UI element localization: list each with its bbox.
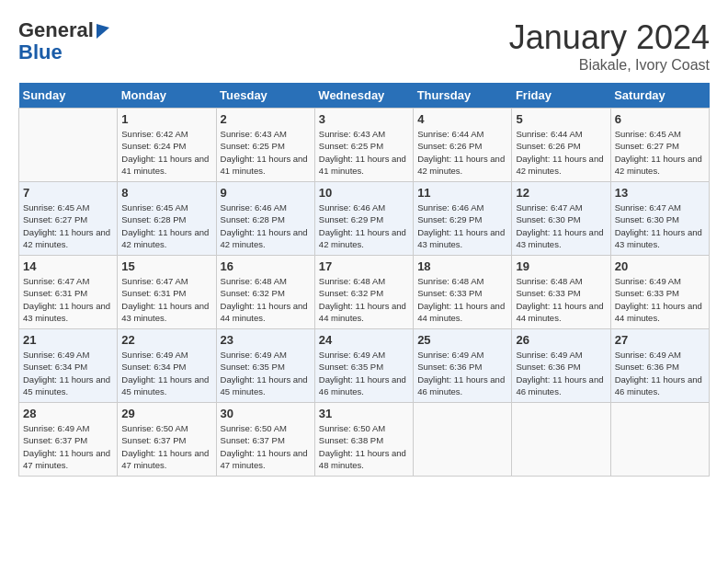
day-number: 9 [221,186,311,200]
day-info: Sunrise: 6:50 AMSunset: 6:38 PMDaylight:… [319,422,409,471]
day-info: Sunrise: 6:50 AMSunset: 6:37 PMDaylight:… [221,422,311,471]
calendar-cell: 7Sunrise: 6:45 AMSunset: 6:27 PMDaylight… [19,182,118,256]
day-info: Sunrise: 6:49 AMSunset: 6:35 PMDaylight:… [319,349,409,397]
day-info: Sunrise: 6:45 AMSunset: 6:27 PMDaylight:… [615,128,705,177]
day-number: 27 [615,333,705,347]
day-info: Sunrise: 6:42 AMSunset: 6:24 PMDaylight:… [121,128,211,177]
calendar-cell: 11Sunrise: 6:46 AMSunset: 6:29 PMDayligh… [414,182,512,256]
day-number: 10 [319,186,409,200]
calendar-cell: 10Sunrise: 6:46 AMSunset: 6:29 PMDayligh… [314,182,413,256]
day-number: 4 [417,112,507,126]
calendar-cell: 31Sunrise: 6:50 AMSunset: 6:38 PMDayligh… [314,403,413,477]
weekday-header: Wednesday [314,83,413,109]
calendar-cell: 26Sunrise: 6:49 AMSunset: 6:36 PMDayligh… [512,329,610,403]
day-info: Sunrise: 6:48 AMSunset: 6:33 PMDaylight:… [417,275,507,324]
logo-general: General [18,18,94,42]
day-number: 2 [221,112,311,126]
day-number: 31 [319,407,409,420]
calendar-cell: 4Sunrise: 6:44 AMSunset: 6:26 PMDaylight… [414,109,512,182]
day-info: Sunrise: 6:48 AMSunset: 6:32 PMDaylight:… [221,275,311,324]
calendar-cell: 19Sunrise: 6:48 AMSunset: 6:33 PMDayligh… [512,256,610,329]
calendar-week-row: 14Sunrise: 6:47 AMSunset: 6:31 PMDayligh… [19,256,710,329]
day-info: Sunrise: 6:43 AMSunset: 6:25 PMDaylight:… [319,128,409,177]
calendar-cell: 30Sunrise: 6:50 AMSunset: 6:37 PMDayligh… [216,403,314,477]
day-number: 25 [417,333,507,347]
weekday-header: Tuesday [216,83,314,109]
day-info: Sunrise: 6:48 AMSunset: 6:32 PMDaylight:… [319,275,409,324]
calendar-cell: 29Sunrise: 6:50 AMSunset: 6:37 PMDayligh… [118,403,216,477]
day-number: 24 [319,333,409,347]
day-number: 26 [516,333,606,347]
day-info: Sunrise: 6:47 AMSunset: 6:30 PMDaylight:… [516,201,606,250]
day-info: Sunrise: 6:49 AMSunset: 6:35 PMDaylight:… [221,349,311,397]
day-info: Sunrise: 6:49 AMSunset: 6:36 PMDaylight:… [615,349,705,397]
calendar-cell [610,403,709,477]
day-info: Sunrise: 6:50 AMSunset: 6:37 PMDaylight:… [121,422,211,471]
calendar-cell: 17Sunrise: 6:48 AMSunset: 6:32 PMDayligh… [314,256,413,329]
calendar-cell: 12Sunrise: 6:47 AMSunset: 6:30 PMDayligh… [512,182,610,256]
day-number: 23 [221,333,311,347]
day-number: 28 [23,407,113,420]
calendar-cell: 3Sunrise: 6:43 AMSunset: 6:25 PMDaylight… [314,109,413,182]
calendar-cell [512,403,610,477]
day-number: 11 [417,186,507,200]
day-number: 17 [319,259,409,273]
calendar-cell: 5Sunrise: 6:44 AMSunset: 6:26 PMDaylight… [512,109,610,182]
page-header: General Blue January 2024 Biakale, Ivory… [18,18,710,74]
day-info: Sunrise: 6:44 AMSunset: 6:26 PMDaylight:… [516,128,606,177]
location: Biakale, Ivory Coast [509,57,710,74]
day-info: Sunrise: 6:47 AMSunset: 6:31 PMDaylight:… [121,275,211,324]
day-number: 8 [121,186,211,200]
month-title: January 2024 [509,18,710,57]
weekday-header: Monday [118,83,216,109]
day-info: Sunrise: 6:49 AMSunset: 6:36 PMDaylight:… [417,349,507,397]
calendar-week-row: 1Sunrise: 6:42 AMSunset: 6:24 PMDaylight… [19,109,710,182]
day-number: 15 [121,259,211,273]
calendar-cell: 15Sunrise: 6:47 AMSunset: 6:31 PMDayligh… [118,256,216,329]
calendar-cell: 24Sunrise: 6:49 AMSunset: 6:35 PMDayligh… [314,329,413,403]
calendar-cell: 16Sunrise: 6:48 AMSunset: 6:32 PMDayligh… [216,256,314,329]
day-info: Sunrise: 6:44 AMSunset: 6:26 PMDaylight:… [417,128,507,177]
calendar-cell: 18Sunrise: 6:48 AMSunset: 6:33 PMDayligh… [414,256,512,329]
logo-triangle-icon [97,20,109,39]
calendar-week-row: 7Sunrise: 6:45 AMSunset: 6:27 PMDaylight… [19,182,710,256]
calendar-cell: 25Sunrise: 6:49 AMSunset: 6:36 PMDayligh… [414,329,512,403]
day-number: 19 [516,259,606,273]
day-info: Sunrise: 6:43 AMSunset: 6:25 PMDaylight:… [221,128,311,177]
day-number: 3 [319,112,409,126]
logo-blue: Blue [18,40,63,64]
day-number: 20 [615,259,705,273]
weekday-header: Friday [512,83,610,109]
calendar-cell: 8Sunrise: 6:45 AMSunset: 6:28 PMDaylight… [118,182,216,256]
calendar-cell: 13Sunrise: 6:47 AMSunset: 6:30 PMDayligh… [610,182,709,256]
day-info: Sunrise: 6:48 AMSunset: 6:33 PMDaylight:… [516,275,606,324]
calendar-cell: 21Sunrise: 6:49 AMSunset: 6:34 PMDayligh… [19,329,118,403]
calendar-week-row: 28Sunrise: 6:49 AMSunset: 6:37 PMDayligh… [19,403,710,477]
day-info: Sunrise: 6:47 AMSunset: 6:30 PMDaylight:… [615,201,705,250]
day-number: 5 [516,112,606,126]
day-info: Sunrise: 6:47 AMSunset: 6:31 PMDaylight:… [23,275,113,324]
calendar-cell [414,403,512,477]
calendar-cell: 14Sunrise: 6:47 AMSunset: 6:31 PMDayligh… [19,256,118,329]
calendar-cell: 28Sunrise: 6:49 AMSunset: 6:37 PMDayligh… [19,403,118,477]
calendar-cell: 22Sunrise: 6:49 AMSunset: 6:34 PMDayligh… [118,329,216,403]
day-info: Sunrise: 6:46 AMSunset: 6:29 PMDaylight:… [417,201,507,250]
day-number: 14 [23,259,113,273]
day-number: 16 [221,259,311,273]
day-info: Sunrise: 6:45 AMSunset: 6:28 PMDaylight:… [121,201,211,250]
calendar-cell: 27Sunrise: 6:49 AMSunset: 6:36 PMDayligh… [610,329,709,403]
day-info: Sunrise: 6:49 AMSunset: 6:34 PMDaylight:… [121,349,211,397]
day-number: 30 [221,407,311,420]
day-info: Sunrise: 6:45 AMSunset: 6:27 PMDaylight:… [23,201,113,250]
day-number: 6 [615,112,705,126]
day-number: 22 [121,333,211,347]
calendar-cell [19,109,118,182]
day-info: Sunrise: 6:46 AMSunset: 6:28 PMDaylight:… [221,201,311,250]
day-info: Sunrise: 6:49 AMSunset: 6:37 PMDaylight:… [23,422,113,471]
logo: General Blue [18,18,109,64]
calendar-cell: 2Sunrise: 6:43 AMSunset: 6:25 PMDaylight… [216,109,314,182]
weekday-header-row: SundayMondayTuesdayWednesdayThursdayFrid… [19,83,710,109]
weekday-header: Sunday [19,83,118,109]
day-info: Sunrise: 6:46 AMSunset: 6:29 PMDaylight:… [319,201,409,250]
day-number: 1 [121,112,211,126]
